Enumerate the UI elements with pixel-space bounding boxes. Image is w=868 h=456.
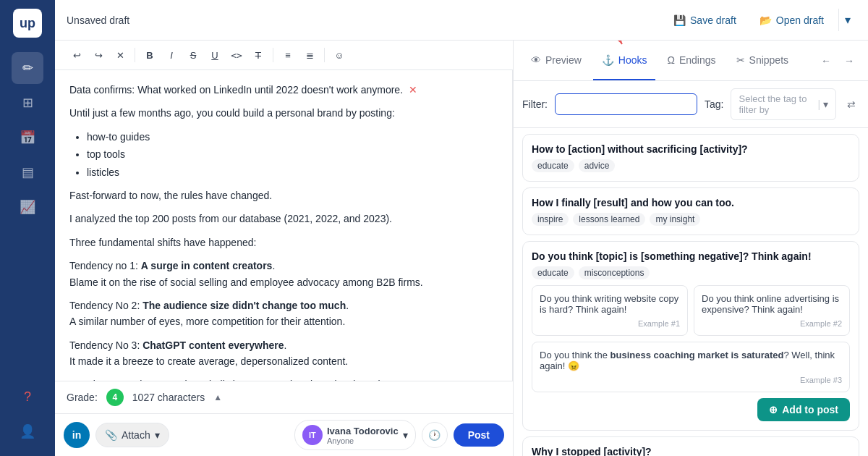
example-card-3[interactable]: Do you think the business coaching marke… <box>532 342 850 392</box>
hook-tags-2: inspire lessons learned my insight <box>532 213 850 226</box>
user-selector[interactable]: IT Ivana Todorovic Anyone ▾ <box>294 420 416 450</box>
example-label-2: Example #2 <box>702 319 842 328</box>
add-to-post-button[interactable]: ⊕ Add to post <box>757 398 850 421</box>
tag-select-divider: | <box>817 98 820 110</box>
hooks-panel: 👁 Preview ⚓ Hooks <box>514 41 868 456</box>
hooks-list: How to [action] without sacrificing [act… <box>514 128 868 456</box>
hooks-icon: ⚓ <box>602 54 614 66</box>
hook-tag: misconceptions <box>579 266 650 279</box>
redo-button[interactable]: ↪ <box>88 45 109 65</box>
sidebar-item-edit[interactable]: ✏ <box>12 52 43 84</box>
editor-line-4: I analyzed the top 200 posts from our da… <box>69 211 498 227</box>
sidebar-item-inbox[interactable]: ▤ <box>12 156 43 188</box>
underline-button[interactable]: U <box>205 45 225 65</box>
tag-chevron-icon: ▾ <box>823 98 828 110</box>
grade-badge: 4 <box>106 389 124 406</box>
example-card-2[interactable]: Do you think online advertising is expen… <box>694 285 850 336</box>
hook-tag: lessons learned <box>573 213 645 226</box>
examples-grid: Do you think writing website copy is har… <box>532 285 850 392</box>
filter-row: Filter: Tag: Select the tag to filter by… <box>514 81 868 128</box>
nav-back[interactable]: ← <box>816 51 836 71</box>
filter-input[interactable] <box>555 93 697 115</box>
tag-select[interactable]: Select the tag to filter by | ▾ <box>731 88 836 120</box>
sidebar-item-help[interactable]: ? <box>12 381 43 413</box>
bullet-list-button[interactable]: ≡ <box>278 45 298 65</box>
sidebar-item-chart[interactable]: 📈 <box>12 191 43 223</box>
editor-list-item-3: listicles <box>87 164 498 180</box>
undo-button[interactable]: ↩ <box>67 45 87 65</box>
app-logo[interactable]: up <box>13 9 42 38</box>
linkedin-button[interactable]: in <box>64 422 90 448</box>
user-name: Ivana Todorovic <box>327 426 399 436</box>
editor-line-8: Tendency No 3: ChatGPT content everywher… <box>69 337 498 370</box>
tab-endings[interactable]: Ω Endings <box>658 41 724 80</box>
hook-card-1[interactable]: How to [action] without sacrificing [act… <box>522 134 859 182</box>
text-clear-button[interactable]: T̶ <box>248 45 268 65</box>
editor-list-item-2: top tools <box>87 146 498 162</box>
tab-hooks[interactable]: ⚓ Hooks <box>593 41 656 80</box>
hook-tag: educate <box>532 159 574 172</box>
save-icon: 💾 <box>673 14 686 26</box>
bold-button[interactable]: B <box>140 45 160 65</box>
editor-line-7: Tendency No 2: The audience size didn't … <box>69 297 498 330</box>
example-text-3: Do you think the business coaching marke… <box>540 350 835 371</box>
hook-tag: inspire <box>532 213 569 226</box>
tab-snippets[interactable]: ✂ Snippets <box>728 41 797 80</box>
editor-list: how-to guides top tools listicles <box>87 129 498 180</box>
nav-arrows: ← → <box>816 51 859 71</box>
hook-card-4[interactable]: Why I stopped [activity]? inspire my ins… <box>522 436 859 456</box>
top-actions: 💾 Save draft 📂 Open draft ▾ <box>665 9 856 31</box>
numbered-list-button[interactable]: ≣ <box>299 45 320 65</box>
expand-icon[interactable]: ▲ <box>213 392 222 402</box>
code-button[interactable]: <> <box>226 45 247 65</box>
attach-chevron: ▾ <box>155 429 160 441</box>
endings-icon: Ω <box>667 54 674 66</box>
hook-title-3: Do you think [topic] is [something negat… <box>532 250 850 262</box>
editor-line-3: Fast-forward to now, the rules have chan… <box>69 187 498 203</box>
grade-label: Grade: <box>67 392 98 403</box>
sidebar-item-grid[interactable]: ⊞ <box>12 87 43 119</box>
bottom-bar: in 📎 Attach ▾ IT Ivana Todorovic Anyone … <box>55 413 513 456</box>
grade-bar: Grade: 4 1027 characters ▲ <box>55 381 513 413</box>
user-avatar: IT <box>302 425 323 445</box>
strikethrough-button[interactable]: S <box>183 45 203 65</box>
example-text-2: Do you think online advertising is expen… <box>702 293 839 315</box>
attach-icon: 📎 <box>105 429 117 441</box>
example-card-1[interactable]: Do you think writing website copy is har… <box>532 285 688 336</box>
attach-button[interactable]: 📎 Attach ▾ <box>95 423 169 447</box>
hook-card-2[interactable]: How I finally [result] and how you can t… <box>522 187 859 235</box>
toolbar-divider-2 <box>273 48 273 62</box>
hook-card-3[interactable]: Do you think [topic] is [something negat… <box>522 241 859 431</box>
example-label-1: Example #1 <box>540 319 680 328</box>
schedule-button[interactable]: 🕐 <box>422 422 448 448</box>
sidebar-item-calendar[interactable]: 📅 <box>12 122 43 153</box>
open-icon: 📂 <box>760 14 772 26</box>
editor-line-5: Three fundamental shifts have happened: <box>69 235 498 250</box>
open-draft-dropdown[interactable]: ▾ <box>838 9 856 31</box>
italic-button[interactable]: I <box>161 45 182 65</box>
hook-title-1: How to [action] without sacrificing [act… <box>532 143 850 155</box>
open-draft-button[interactable]: 📂 Open draft <box>751 10 833 30</box>
editor-content[interactable]: Data confirms: What worked on LinkedIn u… <box>55 70 513 381</box>
add-to-post-area: ⊕ Add to post <box>532 398 850 421</box>
hooks-tabs: 👁 Preview ⚓ Hooks <box>514 41 868 81</box>
draft-title: Unsaved draft <box>67 14 129 26</box>
char-count: 1027 characters <box>132 392 205 403</box>
post-button[interactable]: Post <box>454 423 504 447</box>
tag-label: Tag: <box>705 98 723 110</box>
nav-forward[interactable]: → <box>839 51 859 71</box>
emoji-button[interactable]: ☺ <box>329 45 349 65</box>
editor-line-1: Data confirms: What worked on LinkedIn u… <box>69 82 498 98</box>
hook-title-2: How I finally [result] and how you can t… <box>532 197 850 208</box>
editor-line-6: Tendency no 1: A surge in content creato… <box>69 258 498 290</box>
plus-circle-icon: ⊕ <box>769 404 778 415</box>
clear-button[interactable]: ✕ <box>110 45 130 65</box>
top-bar: Unsaved draft 💾 Save draft 📂 Open draft … <box>55 0 868 41</box>
tab-preview[interactable]: 👁 Preview <box>522 41 590 80</box>
save-draft-button[interactable]: 💾 Save draft <box>665 10 745 30</box>
shuffle-button[interactable]: ⇄ <box>843 94 859 114</box>
sidebar-item-user[interactable]: 👤 <box>12 415 43 447</box>
x-mark: ✕ <box>409 84 417 96</box>
hook-tag: advice <box>579 159 616 172</box>
preview-icon: 👁 <box>531 54 541 66</box>
